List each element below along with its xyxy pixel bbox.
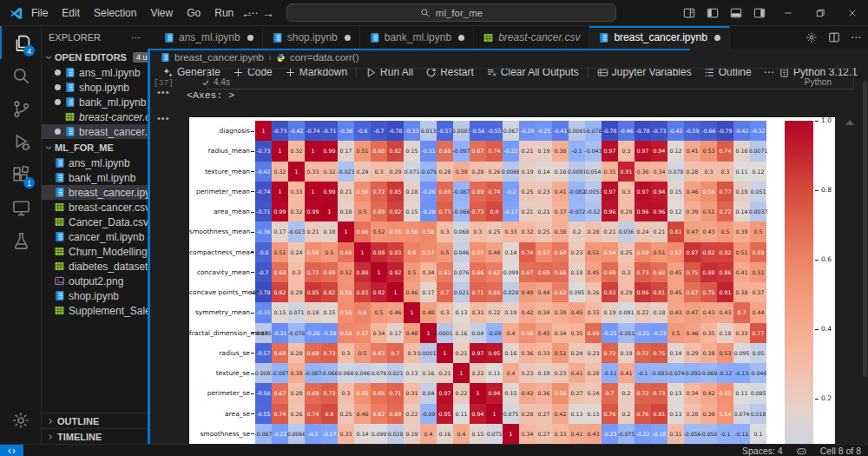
open-editor-item[interactable]: ans_ml.ipynb	[42, 65, 148, 80]
heatmap-cell[interactable]: 0.12	[750, 162, 766, 182]
heatmap-cell[interactable]: -0.26	[305, 323, 321, 343]
heatmap-cell[interactable]: 0.85	[305, 282, 321, 302]
heatmap-cell[interactable]: 0.27	[536, 404, 552, 424]
heatmap-cell[interactable]: -0.21	[635, 323, 651, 343]
heatmap-cell[interactable]: 0.33	[338, 424, 354, 444]
open-editor-item[interactable]: bank_ml.ipynb	[42, 95, 148, 109]
heatmap-cell[interactable]: 0.34	[420, 262, 437, 282]
heatmap-cell[interactable]: 0.46	[684, 182, 700, 202]
heatmap-cell[interactable]: 0.028	[503, 282, 519, 302]
cell-language[interactable]: Python	[805, 77, 832, 87]
heatmap-cell[interactable]: -0.1	[717, 424, 733, 444]
heatmap-cell[interactable]: -0.28	[321, 323, 338, 343]
heatmap-cell[interactable]: 0.17	[387, 323, 404, 343]
breadcrumb-cell[interactable]: corr=data.corr()	[290, 52, 359, 63]
cell-position-status[interactable]: Cell 8 of 8	[820, 446, 861, 456]
heatmap-cell[interactable]: 0.28	[288, 383, 305, 403]
heatmap-cell[interactable]: 0.7	[733, 302, 750, 322]
modified-dot-icon[interactable]	[247, 35, 253, 41]
heatmap-cell[interactable]: 0.74	[717, 141, 733, 161]
heatmap-cell[interactable]: -0.78	[387, 121, 404, 141]
go-forward-icon[interactable]: →	[262, 6, 274, 20]
heatmap-cell[interactable]: 0.19	[404, 424, 420, 444]
heatmap-cell[interactable]: 0.14	[503, 242, 519, 262]
heatmap-cell[interactable]: 0.17	[420, 282, 437, 302]
heatmap-cell[interactable]: 0.36	[635, 162, 651, 182]
activitybar-beaker-icon[interactable]	[0, 224, 42, 257]
heatmap-cell[interactable]: -0.097	[272, 363, 288, 383]
heatmap-cell[interactable]: 0.42	[519, 302, 536, 322]
heatmap-cell[interactable]: -0.36	[338, 121, 354, 141]
heatmap-cell[interactable]: 0.66	[338, 242, 354, 262]
heatmap-cell[interactable]: -0.73	[651, 121, 667, 141]
file-tree-item[interactable]: shop.ipynb	[42, 288, 148, 303]
heatmap-cell[interactable]: 0.3	[437, 302, 453, 322]
heatmap-cell[interactable]: -0.1	[569, 141, 585, 161]
heatmap-cell[interactable]: 0.99	[272, 202, 288, 221]
heatmap-cell[interactable]: 0.21	[305, 221, 321, 241]
vscode-logo-icon[interactable]	[9, 6, 23, 21]
heatmap-cell[interactable]: 0.15	[404, 202, 420, 221]
heatmap-cell[interactable]: 0.17	[272, 221, 288, 241]
heatmap-cell[interactable]: 0.099	[371, 424, 387, 444]
heatmap-cell[interactable]: -0.31	[272, 323, 288, 343]
heatmap-cell[interactable]: 0.17	[338, 141, 354, 161]
heatmap-cell[interactable]: 0.6	[354, 302, 371, 322]
restore-button[interactable]	[804, 0, 836, 26]
heatmap-cell[interactable]: 0.51	[651, 242, 667, 262]
heatmap-cell[interactable]: 0.53	[717, 343, 733, 363]
heatmap-cell[interactable]: 0.29	[684, 343, 700, 363]
heatmap-cell[interactable]: 1	[453, 363, 470, 383]
heatmap-cell[interactable]: 0.38	[552, 221, 569, 241]
heatmap-cell[interactable]: 0.5	[404, 262, 420, 282]
heatmap-cell[interactable]: 0.067	[503, 121, 519, 141]
heatmap-cell[interactable]: 0.22	[470, 363, 486, 383]
heatmap-cell[interactable]: 0.46	[684, 323, 700, 343]
split-editor-icon[interactable]	[828, 31, 840, 43]
scroll-top-icon[interactable]	[845, 120, 854, 125]
file-tree-item[interactable]: Churn_Modelling.csv	[42, 244, 148, 259]
heatmap-cell[interactable]: 0.21	[437, 363, 453, 383]
heatmap-cell[interactable]: 0.35	[700, 323, 717, 343]
heatmap-cell[interactable]: 0.054	[585, 162, 602, 182]
heatmap-cell[interactable]: 0.63	[371, 343, 387, 363]
heatmap-cell[interactable]: 0.11	[733, 383, 750, 403]
sidebar-editor-sash[interactable]	[148, 49, 150, 444]
heatmap-cell[interactable]: 1	[288, 162, 305, 182]
copilot-icon[interactable]	[796, 446, 807, 456]
heatmap-cell[interactable]: -0.78	[635, 121, 651, 141]
heatmap-cell[interactable]: 0.68	[272, 262, 288, 282]
heatmap-cell[interactable]: 0.39	[453, 162, 470, 182]
heatmap-cell[interactable]: -0.0083	[255, 363, 272, 383]
modified-dot-icon[interactable]	[714, 35, 720, 41]
heatmap-cell[interactable]: -0.023	[288, 221, 305, 241]
heatmap-cell[interactable]: 0.42	[519, 383, 536, 403]
heatmap-cell[interactable]: 0.91	[618, 162, 635, 182]
heatmap-cell[interactable]: 0.04	[470, 323, 486, 343]
heatmap-cell[interactable]: 0.39	[552, 302, 569, 322]
heatmap-cell[interactable]: 0.5	[354, 343, 371, 363]
heatmap-cell[interactable]: 0.83	[602, 282, 618, 302]
heatmap-cell[interactable]: 0.11	[453, 404, 470, 424]
heatmap-cell[interactable]: -0.56	[470, 121, 486, 141]
heatmap-cell[interactable]: 0.56	[519, 323, 536, 343]
heatmap-cell[interactable]: 0.19	[618, 343, 635, 363]
heatmap-cell[interactable]: 0.67	[470, 141, 486, 161]
heatmap-cell[interactable]: 0.04	[420, 383, 437, 403]
heatmap-cell[interactable]: 0.83	[354, 282, 371, 302]
menu-edit[interactable]: Edit	[55, 4, 87, 22]
heatmap-cell[interactable]: 0.73	[651, 383, 667, 403]
heatmap-cell[interactable]: 0.085	[750, 383, 766, 403]
heatmap-cell[interactable]: 0.48	[420, 302, 437, 322]
heatmap-cell[interactable]: 0.15	[667, 182, 684, 202]
heatmap-cell[interactable]: 0.91	[717, 282, 733, 302]
heatmap-cell[interactable]: 0.018	[750, 404, 766, 424]
heatmap-cell[interactable]: -0.043	[585, 141, 602, 161]
heatmap-cell[interactable]: -0.74	[305, 121, 321, 141]
heatmap-cell[interactable]: 0.82	[700, 242, 717, 262]
heatmap-cell[interactable]: -0.082	[569, 182, 585, 202]
heatmap-cell[interactable]: 0.83	[387, 242, 404, 262]
heatmap-cell[interactable]: 0.16	[733, 141, 750, 161]
heatmap-cell[interactable]: 0.34	[684, 383, 700, 403]
heatmap-cell[interactable]: 0.5	[717, 221, 733, 241]
